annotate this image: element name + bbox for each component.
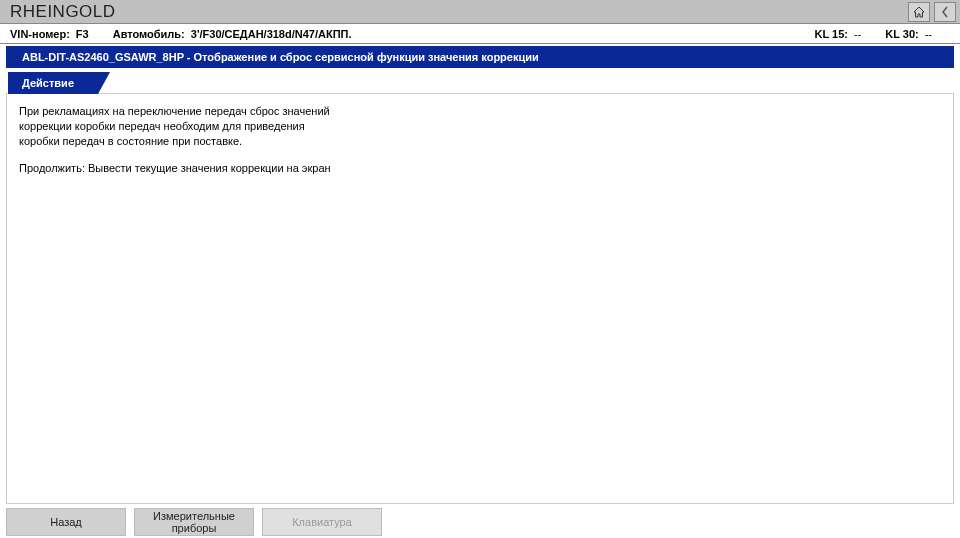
- vin-label: VIN-номер:: [10, 28, 70, 40]
- kl30-value: --: [925, 28, 932, 40]
- instruments-button-label: Измерительные приборы: [139, 510, 249, 534]
- vehicle-label: Автомобиль:: [113, 28, 185, 40]
- module-title: ABL-DIT-AS2460_GSAWR_8HP - Отображение и…: [22, 51, 539, 63]
- vin-value: F3: [76, 28, 89, 40]
- instruments-button[interactable]: Измерительные приборы: [134, 508, 254, 536]
- home-button[interactable]: [908, 2, 930, 22]
- home-icon: [913, 6, 925, 18]
- tab-row: Действие: [6, 68, 954, 94]
- kl15-label: KL 15:: [815, 28, 848, 40]
- tab-action[interactable]: Действие: [8, 72, 98, 94]
- titlebar: RHEINGOLD: [0, 0, 960, 24]
- tab-action-label: Действие: [22, 77, 74, 89]
- kl30-label: KL 30:: [885, 28, 918, 40]
- chevron-left-icon: [940, 6, 950, 18]
- info-bar: VIN-номер: F3 Автомобиль: 3'/F30/СЕДАН/3…: [0, 24, 960, 44]
- content-area: При рекламациях на переключение передач …: [6, 94, 954, 504]
- app-title: RHEINGOLD: [4, 2, 904, 22]
- content-paragraph-2: Продолжить: Вывести текущие значения кор…: [19, 161, 339, 176]
- module-header: ABL-DIT-AS2460_GSAWR_8HP - Отображение и…: [6, 46, 954, 68]
- content-paragraph-1: При рекламациях на переключение передач …: [19, 104, 339, 149]
- vehicle-value: 3'/F30/СЕДАН/318d/N47/АКПП.: [191, 28, 352, 40]
- kl15-value: --: [854, 28, 861, 40]
- keyboard-button: Клавиатура: [262, 508, 382, 536]
- footer-bar: Назад Измерительные приборы Клавиатура: [0, 504, 960, 538]
- back-nav-button[interactable]: [934, 2, 956, 22]
- back-button[interactable]: Назад: [6, 508, 126, 536]
- keyboard-button-label: Клавиатура: [292, 516, 352, 528]
- back-button-label: Назад: [50, 516, 82, 528]
